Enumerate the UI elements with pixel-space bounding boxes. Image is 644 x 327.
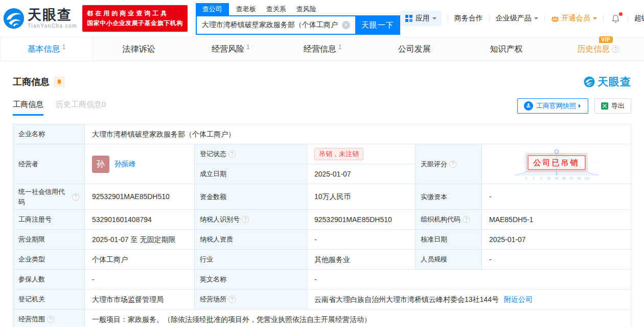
help-icon[interactable]: ?: [463, 216, 470, 223]
field-label: 成立日期: [195, 164, 307, 184]
field-label: 资金数额: [195, 184, 307, 210]
tab-basic-info[interactable]: 基本信息 1: [0, 37, 93, 61]
tab-operating-info[interactable]: 经营信息 1: [277, 37, 369, 61]
field-label: 登记机关: [13, 290, 85, 310]
svg-text:0: 0: [525, 177, 527, 180]
monitor-bell-button[interactable]: [54, 76, 65, 88]
english-name-value: -: [307, 270, 631, 290]
export-button[interactable]: 导出: [594, 98, 631, 114]
tab-company-development[interactable]: 公司发展: [369, 37, 461, 61]
subtab-row: 工商信息 历史工商信息0 工商官网快照 导出: [13, 98, 631, 117]
tab-operating-risk[interactable]: 经营风险 1: [185, 37, 277, 61]
vip-badge: VIP: [599, 36, 613, 43]
tab-label: 经营信息: [304, 44, 336, 55]
tab-count: 1: [338, 43, 342, 51]
operator-avatar[interactable]: 孙: [92, 156, 109, 173]
tab-label: 知识产权: [490, 44, 522, 55]
nav-enterprise-label: 企业级产品: [496, 14, 532, 23]
svg-text:3: 3: [540, 177, 542, 180]
arrow-right-icon: [579, 104, 583, 108]
divider: [489, 15, 490, 22]
crown-icon: [551, 15, 559, 22]
credit-code-value: 92532901MAE85DH510: [85, 184, 195, 210]
nav-cooperation[interactable]: 商务合作: [454, 14, 483, 23]
search-tab-relation[interactable]: 查关系: [266, 3, 286, 15]
tab-legal-proceedings[interactable]: 法律诉讼: [93, 37, 185, 61]
svg-text:100: 100: [584, 177, 590, 180]
divider: [544, 15, 545, 22]
nav-open-vip-label: 开通会员: [562, 14, 590, 23]
tianyancha-logo[interactable]: 天眼查 TianYanCha.com: [3, 8, 77, 29]
field-label: 经营场所: [200, 294, 226, 304]
field-label: 天眼评分: [421, 159, 447, 169]
subtab-business-info[interactable]: 工商信息: [13, 100, 43, 116]
taxpayer-quality-value: -: [307, 230, 416, 250]
help-icon[interactable]: ?: [72, 193, 79, 201]
export-label: 导出: [611, 101, 625, 111]
tab-label: 公司发展: [398, 44, 431, 55]
notifications-button[interactable]: [610, 13, 622, 25]
search-tab-risk[interactable]: 查风险: [296, 3, 316, 15]
search-button[interactable]: 天眼一下: [355, 15, 400, 35]
help-icon[interactable]: ?: [242, 216, 249, 223]
tab-history-info[interactable]: VIP 历史信息 ?: [552, 37, 644, 61]
field-label: 纳税人资质: [195, 230, 307, 250]
tab-intellectual-property[interactable]: 知识产权: [461, 37, 553, 61]
search-tab-company[interactable]: 查公司: [196, 3, 229, 15]
slogan-line2: 国家中小企业发展子基金旗下机构: [87, 18, 183, 28]
nav-user-menu[interactable]: 超级风...: [634, 14, 644, 23]
field-label: 企业类型: [13, 250, 85, 270]
chevron-down-icon: [593, 17, 597, 21]
company-section-tabs: 基本信息 1 法律诉讼 经营风险 1 经营信息 1 公司发展 知识产权 VIP …: [0, 37, 644, 61]
clear-search-icon[interactable]: ✕: [342, 21, 350, 29]
field-label: 行业: [195, 250, 307, 270]
help-icon[interactable]: ?: [449, 161, 456, 168]
slogan-line1: 都在用的商业查询工具: [87, 9, 183, 18]
field-label-with-help: 登记状态 ?: [195, 144, 307, 164]
field-label-with-help: 组织机构代码 ?: [416, 210, 482, 230]
revoked-stamp-text: 公司已吊销: [527, 155, 586, 170]
nearby-companies-link[interactable]: 附近公司: [504, 294, 533, 305]
field-label: 组织机构代码: [421, 214, 461, 225]
paid-capital-value: -: [482, 184, 631, 210]
operator-cell: 孙 孙振峰: [85, 144, 195, 184]
svg-text:15: 15: [546, 177, 550, 180]
nav-open-vip[interactable]: 开通会员: [551, 14, 597, 23]
help-icon[interactable]: ?: [228, 150, 236, 158]
chevron-down-icon: [432, 17, 436, 21]
operator-name-link[interactable]: 孙振峰: [114, 159, 136, 169]
stamp-icon: [524, 101, 533, 111]
subtab-count: 0: [102, 100, 106, 108]
approval-date-value: 2025-01-07: [482, 230, 631, 250]
search-input[interactable]: [196, 15, 355, 35]
nav-cooperation-label: 商务合作: [454, 14, 483, 23]
search-tab-boss[interactable]: 查老板: [236, 3, 256, 15]
main-content: 工商信息 天眼查 工商信息 历史工商信息0: [0, 75, 644, 327]
tianyancha-logo-icon: [584, 76, 595, 88]
field-label: 英文名称: [195, 270, 307, 290]
help-icon[interactable]: ?: [612, 46, 619, 53]
excel-icon: [601, 102, 608, 110]
nav-apps-label: 应用: [416, 14, 430, 23]
subtab-label: 历史工商信息: [56, 100, 102, 108]
reg-number-value: 532901601408794: [85, 210, 195, 230]
official-snapshot-button[interactable]: 工商官网快照: [517, 98, 588, 114]
field-label: 人员规模: [416, 250, 482, 270]
subtab-history-business-info[interactable]: 历史工商信息0: [56, 100, 106, 116]
help-icon[interactable]: ?: [47, 316, 54, 323]
bell-icon: [56, 79, 62, 85]
divider: [448, 15, 448, 22]
score-axis-labels: 0 1 3 15 50 85 97 99 100: [525, 177, 589, 180]
brand-slogan: 都在用的商业查询工具 国家中小企业发展子基金旗下机构: [82, 5, 188, 31]
svg-text:97: 97: [569, 177, 573, 180]
nav-apps[interactable]: 应用: [400, 11, 442, 26]
help-icon[interactable]: ?: [228, 296, 236, 303]
insured-count-value: -: [85, 270, 195, 290]
field-label-with-help: 经营场所 ?: [195, 290, 307, 310]
nav-enterprise-products[interactable]: 企业级产品: [496, 14, 538, 23]
section-title: 工商信息: [13, 76, 50, 88]
status-badge: 吊销，未注销: [314, 148, 363, 160]
field-label: 企业名称: [13, 124, 85, 144]
nav-user-label: 超级风...: [634, 14, 644, 23]
tab-count: 1: [246, 43, 250, 51]
